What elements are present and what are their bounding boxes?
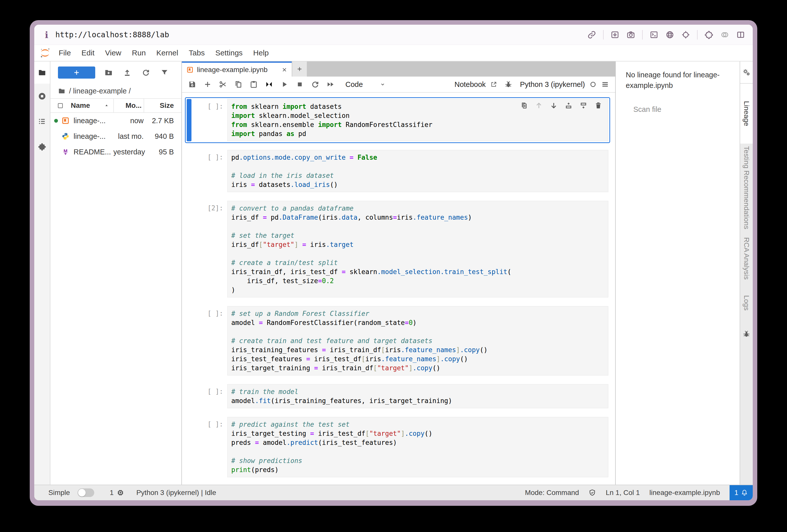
menu-file[interactable]: File bbox=[54, 49, 76, 57]
insert-below-icon[interactable] bbox=[579, 102, 588, 110]
scan-file-button[interactable]: Scan file bbox=[633, 105, 661, 113]
tab-lineage-example[interactable]: lineage-example.ipynb bbox=[182, 61, 292, 77]
info-icon[interactable]: i bbox=[45, 29, 48, 40]
cell-editor[interactable]: # convert to a pandas dataframeiris_df =… bbox=[227, 201, 609, 297]
split-view-icon[interactable] bbox=[736, 30, 745, 39]
copy-icon[interactable] bbox=[234, 80, 242, 89]
globe-icon[interactable] bbox=[665, 30, 674, 39]
kernel-name[interactable]: Python 3 (ipykernel) bbox=[520, 80, 585, 89]
tab-testing-recommendations[interactable]: Testing Recommendations bbox=[740, 144, 753, 232]
add-cell-icon[interactable] bbox=[203, 80, 212, 89]
select-all-checkbox[interactable] bbox=[57, 102, 64, 109]
external-link-icon[interactable] bbox=[490, 81, 497, 88]
table-of-contents-tab[interactable] bbox=[34, 109, 50, 134]
file-row[interactable]: lineage-...now2.7 KB bbox=[50, 113, 182, 128]
close-tab-icon[interactable] bbox=[281, 66, 288, 73]
cut-icon[interactable] bbox=[219, 80, 227, 89]
upload-icon[interactable] bbox=[123, 68, 131, 77]
run-all-icon[interactable] bbox=[326, 80, 335, 89]
restart-icon[interactable] bbox=[311, 80, 319, 89]
save-icon[interactable] bbox=[188, 80, 196, 89]
extensions-tab[interactable] bbox=[34, 134, 50, 159]
menu-help[interactable]: Help bbox=[248, 49, 274, 57]
link-icon[interactable] bbox=[587, 30, 596, 39]
url-field[interactable]: http://localhost:8888/lab bbox=[56, 30, 169, 39]
stop-icon[interactable] bbox=[296, 80, 304, 89]
crosshair-icon[interactable] bbox=[681, 30, 690, 39]
refresh-icon[interactable] bbox=[142, 68, 150, 77]
browser-action-icons bbox=[587, 30, 745, 40]
status-bar-left: Simple 1 Python 3 (ipykernel) | Idle bbox=[48, 488, 216, 497]
column-name[interactable]: Name bbox=[71, 102, 90, 110]
browser-window: i http://localhost:8888/lab FileEditView… bbox=[30, 20, 757, 506]
running-sessions-tab[interactable] bbox=[34, 84, 50, 109]
insert-above-icon[interactable] bbox=[565, 102, 573, 110]
move-down-icon[interactable] bbox=[550, 102, 558, 110]
notebook-cell-3[interactable]: [2]:# convert to a pandas dataframeiris_… bbox=[185, 199, 610, 299]
puzzle-icon[interactable] bbox=[704, 30, 714, 39]
mode-indicator[interactable]: Mode: Command bbox=[525, 489, 579, 497]
tab-groups-icon[interactable] bbox=[720, 30, 729, 39]
menu-kernel[interactable]: Kernel bbox=[151, 49, 184, 57]
cell-collapser[interactable] bbox=[187, 384, 191, 408]
filter-icon[interactable] bbox=[160, 68, 169, 77]
tab-lineage[interactable]: Lineage bbox=[740, 84, 753, 144]
cell-type-select[interactable]: Code bbox=[345, 80, 386, 89]
image-icon[interactable] bbox=[611, 30, 619, 39]
simple-mode-toggle[interactable] bbox=[78, 488, 94, 497]
cell-prompt: [ ]: bbox=[191, 384, 227, 408]
menu-edit[interactable]: Edit bbox=[76, 49, 100, 57]
duplicate-cell-icon[interactable] bbox=[520, 102, 528, 110]
cell-prompt: [ ]: bbox=[191, 306, 227, 376]
cursor-position[interactable]: Ln 1, Col 1 bbox=[605, 489, 640, 497]
terminal-icon[interactable] bbox=[650, 30, 659, 39]
cell-editor[interactable]: # predict against the test setiris_targe… bbox=[227, 417, 609, 477]
menu-view[interactable]: View bbox=[100, 49, 126, 57]
column-size[interactable]: Size bbox=[144, 99, 182, 112]
property-inspector-tab[interactable] bbox=[740, 61, 753, 84]
cell-editor[interactable]: # set up a Random Forest Classifieramode… bbox=[227, 306, 609, 376]
lineage-message: No lineage found for lineage-example.ipy… bbox=[626, 69, 730, 91]
cell-collapser[interactable] bbox=[187, 99, 191, 141]
cell-collapser[interactable] bbox=[187, 417, 191, 477]
file-row[interactable]: MREADME...yesterday95 B bbox=[50, 144, 182, 160]
tab-rca-analysis[interactable]: RCA Analysis bbox=[740, 232, 753, 285]
cell-collapser[interactable] bbox=[187, 150, 191, 192]
gears-icon bbox=[742, 68, 751, 77]
move-up-icon[interactable] bbox=[535, 102, 543, 110]
menu-run[interactable]: Run bbox=[127, 49, 151, 57]
cell-collapser[interactable] bbox=[187, 306, 191, 376]
run-icon[interactable] bbox=[280, 80, 289, 89]
toggle-knob bbox=[78, 489, 86, 496]
code-brackets-icon[interactable] bbox=[265, 80, 273, 89]
camera-icon[interactable] bbox=[626, 30, 635, 39]
new-folder-icon[interactable] bbox=[104, 68, 113, 77]
cell-collapser[interactable] bbox=[187, 201, 191, 297]
paste-icon[interactable] bbox=[249, 80, 258, 89]
cell-editor[interactable]: pd.options.mode.copy_on_write = False # … bbox=[227, 150, 609, 192]
menu-settings[interactable]: Settings bbox=[210, 49, 248, 57]
notebook-cell-6[interactable]: [ ]:# predict against the test setiris_t… bbox=[185, 415, 610, 479]
debugger-sidebar-tab[interactable] bbox=[740, 330, 753, 338]
toolbar-menu-icon[interactable] bbox=[601, 80, 609, 88]
new-tab-button[interactable] bbox=[292, 61, 307, 77]
delete-cell-icon[interactable] bbox=[594, 102, 602, 110]
notebook-cell-4[interactable]: [ ]:# set up a Random Forest Classifiera… bbox=[185, 304, 610, 377]
file-browser-tab[interactable] bbox=[34, 61, 50, 84]
menu-tabs[interactable]: Tabs bbox=[184, 49, 210, 57]
file-row[interactable]: lineage-...last mo.940 B bbox=[50, 128, 182, 144]
cell-editor[interactable]: # train the modelamodel.fit(iris_trainin… bbox=[227, 384, 609, 408]
tab-logs[interactable]: Logs bbox=[740, 285, 753, 320]
column-modified[interactable]: Mo... bbox=[113, 99, 144, 112]
kernel-sessions-indicator[interactable]: 1 bbox=[110, 489, 124, 497]
notebook-cell-2[interactable]: [ ]:pd.options.mode.copy_on_write = Fals… bbox=[185, 148, 610, 194]
python-file-icon bbox=[62, 132, 69, 140]
notifications-badge[interactable]: 1 bbox=[729, 485, 753, 500]
debugger-icon[interactable] bbox=[504, 80, 512, 88]
new-launcher-button[interactable] bbox=[58, 66, 95, 79]
notebook-cell-1[interactable]: [ ]:from sklearn import datasetsimport s… bbox=[185, 97, 610, 143]
notebook-cell-5[interactable]: [ ]:# train the modelamodel.fit(iris_tra… bbox=[185, 382, 610, 410]
kernel-status-text[interactable]: Python 3 (ipykernel) | Idle bbox=[136, 489, 216, 497]
status-bar-right: Mode: Command Ln 1, Col 1 lineage-exampl… bbox=[525, 485, 753, 500]
breadcrumb[interactable]: / lineage-example / bbox=[50, 84, 182, 98]
